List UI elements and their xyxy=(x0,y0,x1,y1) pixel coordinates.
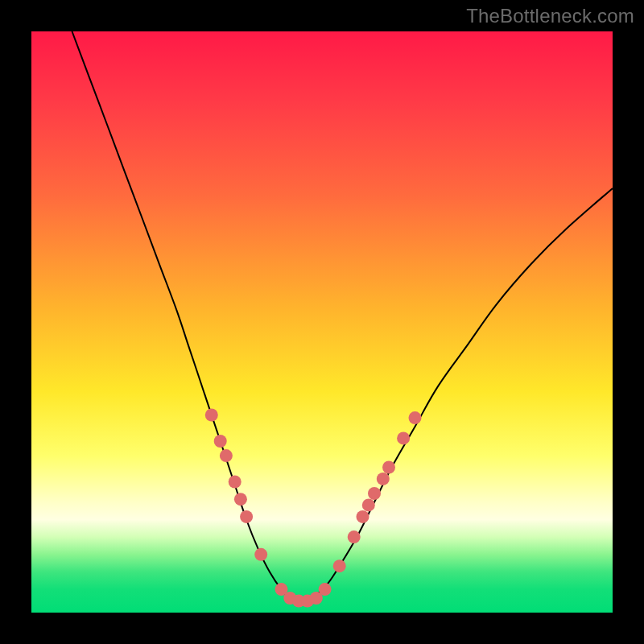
scatter-dot xyxy=(362,498,375,511)
scatter-dot xyxy=(377,473,390,485)
scatter-dot xyxy=(229,476,242,489)
scatter-dot xyxy=(397,431,410,444)
watermark-text: TheBottleneck.com xyxy=(466,5,634,27)
scatter-dot xyxy=(348,530,361,543)
scatter-dot xyxy=(333,559,346,572)
scatter-dot xyxy=(254,548,267,561)
chart-frame: TheBottleneck.com xyxy=(0,0,644,644)
scatter-dot xyxy=(368,487,381,500)
scatter-dot xyxy=(214,435,227,448)
scatter-dot xyxy=(220,449,233,462)
plot-area xyxy=(31,31,613,613)
scatter-dot xyxy=(205,409,218,422)
scatter-dots xyxy=(205,409,422,608)
scatter-dot xyxy=(234,493,247,506)
chart-svg xyxy=(31,31,613,613)
scatter-dot xyxy=(357,510,369,523)
scatter-dot xyxy=(240,510,253,523)
scatter-dot xyxy=(382,461,395,474)
bottleneck-curve xyxy=(72,31,613,602)
scatter-dot xyxy=(409,411,422,424)
scatter-dot xyxy=(319,583,332,596)
